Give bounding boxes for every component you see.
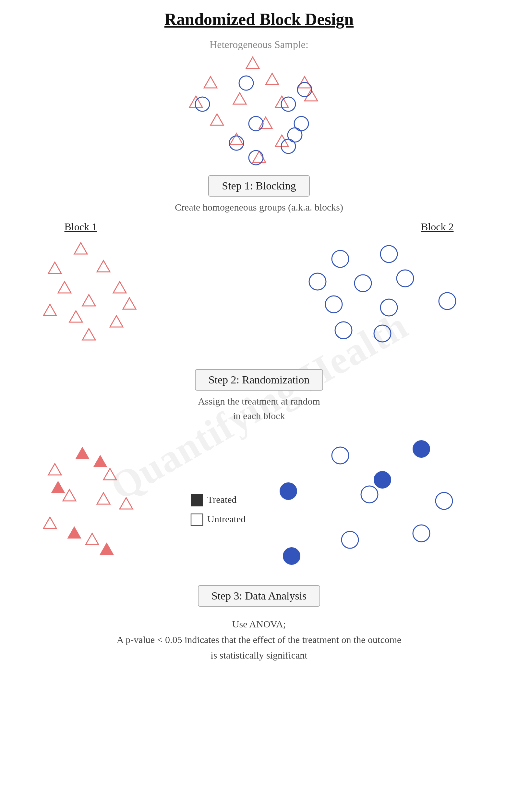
- heterogeneous-label: Heterogeneous Sample:: [209, 38, 309, 51]
- svg-point-35: [380, 245, 397, 262]
- svg-point-38: [397, 270, 413, 287]
- svg-marker-53: [52, 482, 64, 493]
- svg-marker-0: [246, 57, 259, 68]
- svg-marker-51: [76, 447, 89, 459]
- svg-point-17: [294, 116, 309, 131]
- svg-marker-32: [110, 316, 123, 327]
- svg-marker-48: [120, 498, 133, 509]
- svg-text:Untreated: Untreated: [207, 514, 246, 524]
- svg-marker-45: [104, 468, 116, 480]
- svg-marker-30: [44, 304, 56, 316]
- svg-marker-29: [123, 298, 136, 309]
- svg-point-67: [374, 471, 391, 488]
- svg-point-63: [342, 531, 358, 548]
- svg-marker-1: [204, 77, 217, 88]
- svg-point-14: [239, 76, 253, 90]
- svg-point-65: [413, 440, 430, 457]
- svg-rect-56: [191, 494, 203, 506]
- svg-marker-10: [230, 133, 243, 145]
- blocks-scatter: [32, 233, 486, 363]
- svg-point-36: [309, 273, 326, 290]
- step2-description: Assign the treatment at randomin each bl…: [198, 394, 320, 423]
- svg-marker-55: [100, 543, 113, 554]
- step2-box: Step 2: Randomization: [195, 369, 323, 390]
- svg-marker-24: [48, 262, 61, 273]
- svg-marker-31: [69, 311, 82, 322]
- svg-marker-23: [74, 243, 87, 254]
- svg-rect-58: [191, 514, 203, 526]
- svg-point-16: [195, 97, 209, 111]
- svg-text:Treated: Treated: [207, 494, 237, 505]
- svg-marker-54: [68, 527, 81, 538]
- svg-point-20: [229, 136, 243, 150]
- svg-marker-26: [58, 282, 71, 293]
- block1-label: Block 1: [64, 221, 97, 233]
- svg-marker-2: [266, 73, 279, 85]
- svg-marker-33: [82, 329, 95, 340]
- svg-marker-12: [253, 151, 266, 163]
- svg-point-41: [439, 293, 456, 310]
- svg-point-19: [288, 128, 302, 142]
- svg-point-34: [332, 251, 349, 267]
- content: Randomized Block Design Heterogeneous Sa…: [0, 6, 518, 683]
- svg-point-40: [380, 299, 397, 316]
- svg-marker-8: [210, 114, 224, 125]
- svg-marker-52: [94, 456, 107, 467]
- randomization-scatter: Treated Untreated: [32, 430, 486, 579]
- svg-point-15: [281, 97, 295, 111]
- svg-marker-5: [233, 93, 246, 104]
- step3-box: Step 3: Data Analysis: [198, 585, 320, 607]
- page-title: Randomized Block Design: [165, 10, 354, 29]
- svg-point-61: [361, 486, 378, 503]
- svg-point-68: [283, 548, 300, 564]
- svg-point-39: [325, 296, 342, 313]
- block-label-row: Block 1 Block 2: [64, 221, 454, 233]
- heterogeneous-scatter: [146, 54, 373, 169]
- svg-point-37: [354, 275, 371, 292]
- svg-marker-27: [113, 282, 126, 293]
- svg-point-66: [280, 483, 297, 500]
- svg-point-43: [374, 325, 391, 342]
- svg-marker-25: [97, 261, 110, 272]
- svg-point-42: [335, 322, 352, 339]
- svg-marker-46: [63, 490, 76, 501]
- svg-point-64: [436, 492, 453, 509]
- svg-point-13: [297, 82, 312, 97]
- step1-description: Create homogeneous groups (a.k.a. blocks…: [175, 200, 343, 214]
- svg-marker-44: [48, 464, 61, 475]
- page-container: Quantifying Health Randomized Block Desi…: [0, 0, 518, 812]
- step3-description: Use ANOVA; A p-value < 0.05 indicates th…: [117, 616, 402, 683]
- svg-marker-47: [97, 493, 110, 504]
- svg-marker-50: [86, 533, 98, 545]
- block2-label: Block 2: [421, 221, 454, 233]
- svg-marker-28: [82, 295, 95, 306]
- svg-point-18: [249, 116, 263, 131]
- step1-box: Step 1: Blocking: [208, 175, 310, 197]
- svg-point-62: [413, 525, 430, 542]
- svg-marker-49: [44, 517, 56, 528]
- svg-point-60: [332, 447, 349, 464]
